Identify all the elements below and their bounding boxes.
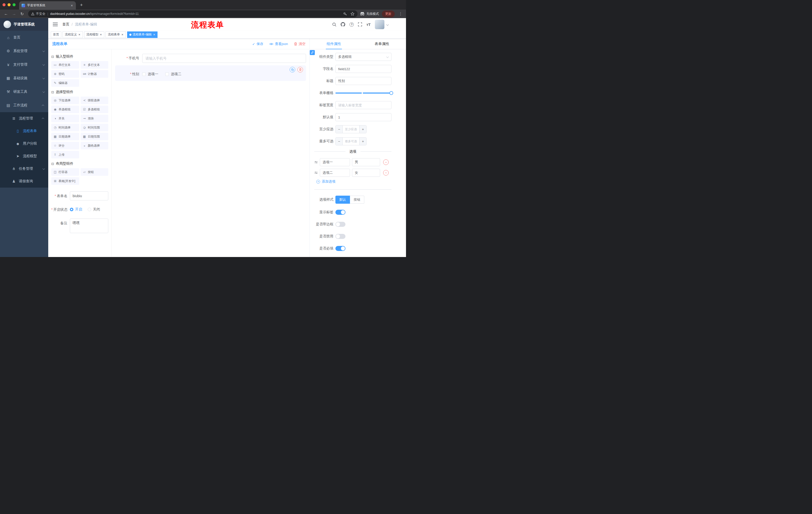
plus-icon[interactable]: + bbox=[359, 138, 366, 145]
option-value-input[interactable] bbox=[352, 158, 380, 166]
form-canvas[interactable]: 手机号性别选项一选项二 bbox=[112, 49, 310, 257]
tag-close-icon[interactable]: × bbox=[78, 33, 81, 36]
component-chip-multi-line-text[interactable]: ≡多行文本 bbox=[81, 61, 109, 69]
option-label-input[interactable] bbox=[320, 158, 350, 166]
link-handle-icon[interactable] bbox=[310, 50, 315, 55]
component-chip-counter[interactable]: 123计数器 bbox=[81, 70, 109, 78]
bordered-switch[interactable] bbox=[336, 222, 345, 227]
style-option-0[interactable]: 默认 bbox=[336, 196, 350, 204]
prop-select-component-type[interactable]: 多选框组 bbox=[336, 53, 392, 61]
breadcrumb-home[interactable]: 首页 bbox=[62, 22, 69, 27]
sidebar-item-payment[interactable]: ¥支付管理 bbox=[0, 58, 48, 72]
sidebar-item-process-model[interactable]: ➤流程模型 bbox=[0, 150, 48, 162]
tag-item-3[interactable]: 流程表单× bbox=[106, 31, 126, 38]
sidebar-item-process-mgmt[interactable]: ≣流程管理 bbox=[0, 112, 48, 125]
form-remark-input[interactable]: 嘿嘿 bbox=[70, 218, 108, 233]
component-chip-select[interactable]: ◎下拉选择 bbox=[51, 97, 79, 104]
help-icon[interactable]: ? bbox=[349, 22, 354, 27]
tag-close-icon[interactable]: × bbox=[121, 33, 124, 36]
remove-option-icon[interactable]: − bbox=[383, 159, 389, 165]
browser-menu-icon[interactable]: ⋮ bbox=[398, 11, 404, 16]
component-chip-switch[interactable]: ◑开关 bbox=[51, 115, 79, 122]
component-chip-row-container[interactable]: ◫行容器 bbox=[51, 168, 79, 176]
add-option-button[interactable]: + 添加选项 bbox=[316, 179, 392, 184]
component-chip-radio-group[interactable]: ◉单选框组 bbox=[51, 106, 79, 113]
checkbox-option[interactable]: 选项一 bbox=[142, 72, 158, 77]
component-chip-date-range[interactable]: ▩日期范围 bbox=[81, 133, 109, 140]
checkbox-option[interactable]: 选项二 bbox=[165, 72, 181, 77]
sidebar-item-infra[interactable]: ▦基础设施 bbox=[0, 72, 48, 85]
drag-handle-icon[interactable] bbox=[314, 160, 318, 164]
component-chip-slider[interactable]: ⊸滑块 bbox=[81, 115, 109, 122]
tab-close-icon[interactable]: × bbox=[70, 3, 74, 7]
form-name-input[interactable] bbox=[70, 191, 108, 200]
password-key-icon[interactable] bbox=[343, 12, 347, 16]
sidebar-item-home[interactable]: ⌂首页 bbox=[0, 31, 48, 44]
copy-icon[interactable] bbox=[290, 67, 295, 73]
zoom-window-button[interactable] bbox=[12, 3, 16, 6]
status-on-radio[interactable]: 开启 bbox=[70, 207, 82, 212]
view-json-button[interactable]: 查看json bbox=[269, 42, 288, 46]
drag-handle-icon[interactable] bbox=[314, 171, 318, 174]
sidebar-item-devtools[interactable]: ⚒研发工具 bbox=[0, 85, 48, 99]
tag-item-4[interactable]: 流程表单-编辑× bbox=[127, 31, 158, 38]
component-chip-editor[interactable]: ✎编辑器 bbox=[51, 79, 79, 87]
component-chip-color-picker[interactable]: ◒颜色选择 bbox=[81, 142, 109, 150]
security-status[interactable]: 不安全 bbox=[31, 12, 46, 16]
fullscreen-icon[interactable] bbox=[358, 22, 362, 26]
field-input-mobile[interactable] bbox=[142, 54, 306, 63]
search-icon[interactable] bbox=[332, 22, 337, 27]
option-value-input[interactable] bbox=[352, 169, 380, 177]
option-label-input[interactable] bbox=[320, 169, 350, 177]
github-icon[interactable] bbox=[341, 22, 345, 27]
status-off-radio[interactable]: 关闭 bbox=[88, 207, 100, 212]
sidebar-item-system[interactable]: ⚙系统管理 bbox=[0, 44, 48, 58]
minimize-window-button[interactable] bbox=[7, 3, 10, 6]
close-window-button[interactable] bbox=[2, 3, 5, 6]
canvas-item-gender[interactable]: 性别选项一选项二 bbox=[115, 65, 306, 81]
font-size-icon[interactable]: тT bbox=[366, 22, 371, 27]
sidebar-item-task-mgmt[interactable]: ⋔任务管理 bbox=[0, 162, 48, 175]
tag-item-2[interactable]: 流程模型× bbox=[84, 31, 105, 38]
component-chip-table-dev[interactable]: ⊞表格[开发中] bbox=[51, 177, 79, 185]
form-grid-slider[interactable] bbox=[336, 89, 392, 97]
minus-icon[interactable]: − bbox=[336, 126, 343, 133]
prop-input-title[interactable] bbox=[336, 77, 392, 85]
prop-input-label-width[interactable] bbox=[336, 101, 392, 109]
prop-input-field-name[interactable] bbox=[336, 65, 392, 73]
bookmark-star-icon[interactable] bbox=[350, 12, 354, 16]
prop-input-default-value[interactable] bbox=[336, 113, 392, 121]
clear-button[interactable]: 清空 bbox=[294, 42, 306, 46]
tag-close-icon[interactable]: × bbox=[100, 33, 102, 36]
update-button[interactable]: 更新 bbox=[382, 10, 395, 17]
minus-icon[interactable]: − bbox=[336, 138, 343, 145]
save-button[interactable]: ✓ 保存 bbox=[252, 42, 263, 46]
show-label-switch[interactable] bbox=[336, 210, 345, 215]
component-chip-button[interactable]: ▱按钮 bbox=[81, 168, 109, 176]
user-avatar[interactable] bbox=[375, 20, 384, 29]
sidebar-logo[interactable]: 芋道管理系统 bbox=[0, 18, 48, 31]
style-option-1[interactable]: 按钮 bbox=[350, 196, 364, 204]
sidebar-item-process-form[interactable]: ▯流程表单 bbox=[0, 125, 48, 137]
component-chip-password[interactable]: ⊛密码 bbox=[51, 70, 79, 78]
browser-tab[interactable]: 芋道管理系统 × bbox=[19, 1, 76, 9]
tab-form-props[interactable]: 表单属性 bbox=[358, 39, 406, 49]
forward-icon[interactable]: → bbox=[10, 10, 18, 17]
canvas-item-mobile[interactable]: 手机号 bbox=[112, 51, 310, 63]
disabled-switch[interactable] bbox=[336, 234, 345, 239]
component-chip-upload[interactable]: ⇧上传 bbox=[51, 151, 79, 158]
hamburger-icon[interactable] bbox=[53, 23, 58, 26]
back-icon[interactable]: ← bbox=[2, 10, 9, 17]
address-bar[interactable]: 不安全 | dashboard.yudao.iocoder.cn /bpm/ma… bbox=[28, 10, 357, 17]
sidebar-item-workflow[interactable]: ▤工作流程 bbox=[0, 99, 48, 112]
sidebar-item-leave-query[interactable]: ♟请假查询 bbox=[0, 175, 48, 188]
component-chip-rate[interactable]: ☆评分 bbox=[51, 142, 79, 150]
component-chip-time-picker[interactable]: ◷时间选择 bbox=[51, 124, 79, 131]
tab-component-props[interactable]: 组件属性 bbox=[310, 39, 358, 49]
sidebar-item-user-group[interactable]: ☻用户分组 bbox=[0, 137, 48, 150]
slider-handle[interactable] bbox=[389, 91, 393, 95]
tag-item-1[interactable]: 流程定义× bbox=[63, 31, 83, 38]
component-chip-checkbox-group[interactable]: ☑多选框组 bbox=[81, 106, 109, 113]
reload-icon[interactable]: ↻ bbox=[19, 10, 26, 17]
delete-icon[interactable] bbox=[297, 67, 303, 73]
